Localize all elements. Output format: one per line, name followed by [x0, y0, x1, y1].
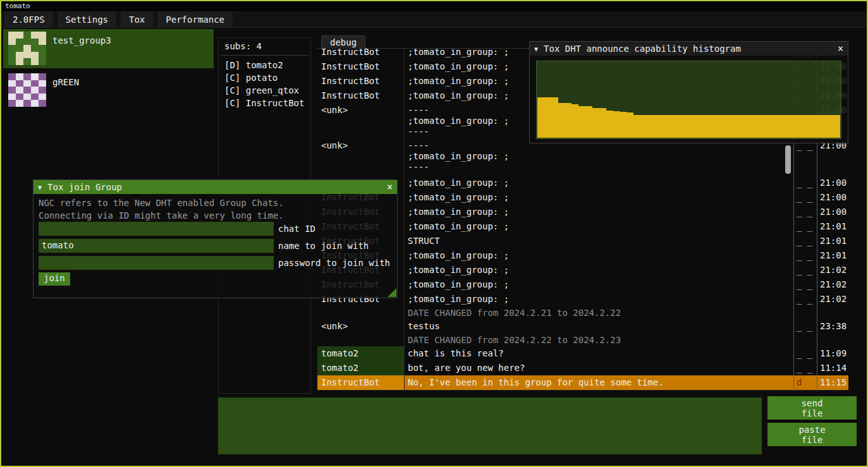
subs-count: subs: 4: [219, 38, 310, 51]
group-item-green[interactable]: gREEN: [3, 71, 214, 110]
join-password-input[interactable]: [39, 256, 274, 270]
message-time: 21:00: [817, 205, 848, 219]
message-text: ---- ;tomato_in_group: ; ----: [404, 138, 793, 176]
group-item-test_group3[interactable]: test_group3: [3, 29, 214, 68]
message-time: 21:02: [817, 263, 848, 277]
paste-file-label: paste: [798, 425, 825, 435]
message-time: 21:02: [817, 292, 848, 306]
chat-id-input[interactable]: [39, 222, 274, 236]
message-marks: _ _: [793, 277, 817, 292]
message-marks: _ _: [793, 263, 817, 277]
chat-row[interactable]: <unk>testus_ _23:38: [317, 319, 848, 334]
message-time: 11:14: [817, 361, 848, 375]
message-text: ;tomato_in_group: ;: [404, 176, 793, 190]
menu-item-performance[interactable]: Performance: [157, 11, 233, 27]
menu-bar: 2.0FPSSettingsToxPerformance: [1, 11, 867, 28]
chat-row[interactable]: DATE CHANGED from 2024.2.21 to 2024.2.22: [317, 306, 848, 319]
collapse-arrow-icon[interactable]: ▼: [534, 45, 538, 52]
histogram-bar: [682, 115, 689, 138]
message-time: 21:02: [817, 277, 848, 292]
histogram-bars: [537, 62, 840, 138]
histogram-bar: [826, 115, 833, 138]
send-file-label: file: [802, 408, 823, 418]
histogram-bar: [572, 104, 578, 138]
subs-list: [D] tomato2[C] potato[C] green_qtox[C] I…: [219, 59, 310, 109]
sender-name: InstructBot: [317, 74, 404, 88]
message-marks: _ _: [793, 292, 817, 306]
app-window: tomato 2.0FPSSettingsToxPerformance test…: [0, 0, 868, 467]
histogram-bar: [640, 115, 647, 138]
message-time: 11:09: [817, 346, 848, 361]
message-time: 21:01: [817, 234, 848, 248]
message-marks: _ _: [793, 248, 817, 263]
histogram-bar: [675, 115, 682, 138]
chat-row[interactable]: InstructBotNo, I've been in this group f…: [317, 375, 848, 390]
subs-item[interactable]: [C] green_qtox: [219, 84, 310, 97]
histogram-bar: [613, 111, 620, 138]
message-text: chat is this real?: [404, 346, 793, 361]
histogram-bar: [813, 115, 820, 138]
join-field-row: password to join with: [39, 256, 390, 270]
message-marks: _ _: [793, 176, 817, 190]
chat-row[interactable]: tomato2chat is this real?_ _11:09: [317, 346, 848, 361]
histogram-bar: [620, 112, 627, 138]
paste-file-label: file: [802, 435, 823, 445]
join-group-window-titlebar[interactable]: ▼ Tox join Group ×: [34, 180, 397, 194]
histogram-window-titlebar[interactable]: ▼ Tox DHT announce capability histogram …: [530, 42, 848, 56]
resize-grip[interactable]: [388, 288, 396, 297]
subs-item[interactable]: [D] tomato2: [219, 59, 310, 71]
join-button[interactable]: join: [39, 272, 70, 286]
message-marks: _ _: [793, 319, 817, 334]
histogram-bar: [806, 115, 813, 138]
send-file-label: send: [802, 398, 823, 408]
chat-row[interactable]: <unk>---- ;tomato_in_group: ; ----_ _21:…: [317, 138, 848, 176]
sender-name: tomato2: [317, 361, 404, 375]
histogram-window-title: Tox DHT announce capability histogram: [544, 44, 741, 54]
subs-item[interactable]: [C] potato: [219, 71, 310, 84]
join-field-row: chat ID: [39, 222, 390, 236]
histogram-bar: [599, 108, 606, 138]
sender-name: tomato2: [317, 346, 404, 361]
message-marks: _ _: [793, 361, 817, 375]
send-file-button[interactable]: send file: [767, 396, 857, 420]
chat-row[interactable]: tomato2bot, are you new here?_ _11:14: [317, 361, 848, 375]
window-title: tomato: [5, 2, 30, 10]
fps-counter: 2.0FPS: [4, 11, 53, 27]
menu-item-tox[interactable]: Tox: [121, 11, 153, 27]
histogram-bar: [551, 97, 558, 138]
histogram-window: ▼ Tox DHT announce capability histogram …: [529, 41, 848, 143]
message-time: 21:00: [817, 190, 848, 205]
menu-item-settings[interactable]: Settings: [58, 11, 116, 27]
chat-row[interactable]: DATE CHANGED from 2024.2.22 to 2024.2.23: [317, 334, 848, 346]
join-group-window: ▼ Tox join Group × NGC refers to the New…: [33, 179, 398, 298]
tab-debug[interactable]: debug: [321, 35, 365, 49]
histogram-bar: [592, 108, 599, 138]
histogram-bar: [751, 115, 758, 138]
sender-name: <unk>: [317, 138, 404, 176]
close-icon[interactable]: ×: [838, 44, 843, 53]
histogram-bar: [689, 115, 696, 138]
message-input[interactable]: [218, 397, 762, 454]
paste-file-button[interactable]: paste file: [767, 423, 857, 446]
message-text: STRUCT: [404, 234, 793, 248]
sender-name: InstructBot: [317, 375, 404, 390]
message-time: 21:00: [817, 138, 848, 176]
histogram-bar: [764, 115, 771, 138]
histogram-bar: [771, 115, 778, 138]
histogram-bar: [709, 115, 716, 138]
histogram-bar: [537, 97, 544, 138]
histogram-bar: [633, 115, 640, 138]
message-marks: _ _: [793, 205, 817, 219]
histogram-bar: [799, 115, 806, 138]
join-name-input[interactable]: tomato: [39, 239, 274, 253]
close-icon[interactable]: ×: [387, 183, 393, 191]
join-password-label: password to join with: [278, 258, 390, 268]
chat-scrollbar-thumb[interactable]: [785, 145, 791, 174]
histogram-bar: [758, 115, 765, 138]
histogram-bar: [820, 115, 827, 138]
subs-item[interactable]: [C] InstructBot: [219, 97, 310, 109]
collapse-arrow-icon[interactable]: ▼: [38, 184, 42, 191]
window-titlebar[interactable]: tomato: [1, 1, 867, 11]
message-time: 21:01: [817, 248, 848, 263]
message-marks: _ _: [793, 190, 817, 205]
